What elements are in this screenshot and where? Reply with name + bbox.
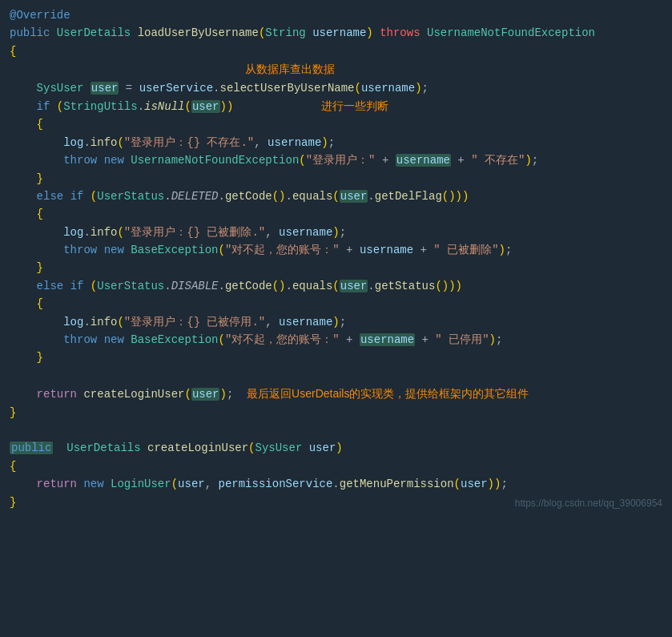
line-close-1: } <box>10 170 662 187</box>
line-throw-1: throw new UsernameNotFoundException("登录用… <box>10 151 662 169</box>
line-empty-1 <box>10 367 662 385</box>
line-brace-5: { <box>10 458 662 475</box>
line-brace-4: { <box>10 295 662 312</box>
line-close-2: } <box>10 259 662 276</box>
code-container: @Override public UserDetails loadUserByU… <box>0 0 672 518</box>
line-throw-3: throw new BaseException("对不起，您的账号：" + us… <box>10 331 662 349</box>
line-return: return createLoginUser(user); 最后返回UserDe… <box>10 385 662 403</box>
line-log-3: log.info("登录用户：{} 已被停用.", username); <box>10 313 662 331</box>
line-brace-3: { <box>10 205 662 223</box>
line-return-2: return new LoginUser(user, permissionSer… <box>10 475 662 493</box>
line-method-sig: public UserDetails loadUserByUsername(St… <box>10 24 662 42</box>
line-close-3: } <box>10 349 662 366</box>
line-public-2: public UserDetails createLoginUser(SysUs… <box>10 439 662 457</box>
line-empty-2 <box>10 421 662 439</box>
line-brace-2: { <box>10 115 662 133</box>
line-comment-1: 从数据库查出数据 <box>10 60 662 79</box>
line-annotation: @Override <box>10 6 662 24</box>
line-if-null: if (StringUtils.isNull(user)) 进行一些判断 <box>10 97 662 115</box>
line-else-deleted: else if (UserStatus.DELETED.getCode().eq… <box>10 187 662 205</box>
line-sysuser: SysUser user = userService.selectUserByU… <box>10 79 662 97</box>
line-else-disable: else if (UserStatus.DISABLE.getCode().eq… <box>10 277 662 295</box>
line-log-2: log.info("登录用户：{} 已被删除.", username); <box>10 224 662 241</box>
line-close-4: } <box>10 404 662 421</box>
line-throw-2: throw new BaseException("对不起，您的账号：" + us… <box>10 241 662 259</box>
watermark: https://blog.csdn.net/qq_39006954 <box>515 496 662 511</box>
line-open-brace: { <box>10 42 662 60</box>
line-log-1: log.info("登录用户：{} 不存在.", username); <box>10 134 662 151</box>
